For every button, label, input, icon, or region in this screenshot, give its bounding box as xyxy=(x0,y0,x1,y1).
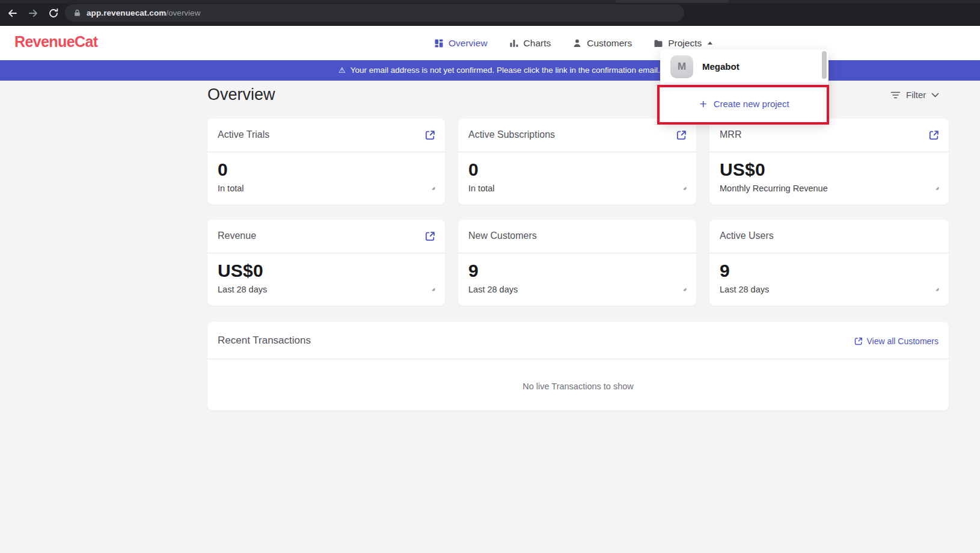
browser-back-button[interactable] xyxy=(5,5,20,21)
back-arrow-icon xyxy=(7,8,18,19)
lock-icon xyxy=(73,9,81,17)
bar-chart-icon xyxy=(509,39,519,48)
refresh-status-icon xyxy=(679,283,690,294)
nav-label: Projects xyxy=(668,38,702,49)
card-caption: Monthly Recurring Revenue xyxy=(720,184,828,193)
email-confirmation-banner: Your email address is not yet confirmed.… xyxy=(0,60,980,81)
card-value: 0 xyxy=(468,159,479,180)
card-header: Active Subscriptions xyxy=(458,119,696,152)
revenuecat-logo[interactable]: RevenueCat xyxy=(14,33,98,51)
browser-tabstrip xyxy=(0,0,980,3)
browser-reload-button[interactable] xyxy=(46,5,61,21)
external-link-icon xyxy=(854,337,863,345)
card-header: Active Users xyxy=(709,220,949,253)
section-title: Recent Transactions xyxy=(218,335,311,347)
card-title: Revenue xyxy=(218,230,256,241)
create-new-project-label: Create new project xyxy=(714,99,789,109)
external-link-icon[interactable] xyxy=(425,231,435,241)
refresh-status-icon xyxy=(679,182,690,193)
project-item-megabot[interactable]: M Megabot xyxy=(660,49,828,84)
card-title: Active Users xyxy=(720,230,774,241)
nav-tab-customers[interactable]: Customers xyxy=(572,38,632,49)
nav-tab-overview[interactable]: Overview xyxy=(434,38,488,49)
forward-arrow-icon xyxy=(28,8,38,19)
address-bar[interactable]: app.revenuecat.com/overview xyxy=(65,4,684,22)
recent-transactions-card: Recent Transactions View all Customers N… xyxy=(207,322,949,410)
project-avatar: M xyxy=(670,55,693,78)
card-caption: Last 28 days xyxy=(218,285,267,294)
reload-icon xyxy=(48,8,59,19)
plus-icon xyxy=(699,97,706,110)
card-new-customers: New Customers 9 Last 28 days xyxy=(458,220,696,306)
card-caption: Last 28 days xyxy=(468,285,518,294)
browser-forward-button[interactable] xyxy=(25,5,41,21)
empty-state-text: No live Transactions to show xyxy=(207,382,949,391)
nav-tab-charts[interactable]: Charts xyxy=(509,38,551,49)
browser-active-tab-indicator xyxy=(615,0,729,3)
banner-text: Your email address is not yet confirmed.… xyxy=(338,60,660,81)
card-caption: In total xyxy=(218,184,244,193)
browser-chrome: app.revenuecat.com/overview xyxy=(0,0,980,26)
url-path: /overview xyxy=(166,8,200,17)
refresh-status-icon xyxy=(932,182,942,193)
chevron-up-icon xyxy=(708,42,712,45)
nav-tab-projects[interactable]: Projects xyxy=(654,38,712,49)
card-value: 9 xyxy=(720,261,730,281)
card-value: US$0 xyxy=(218,261,263,281)
external-link-icon[interactable] xyxy=(425,130,435,140)
card-header: Revenue xyxy=(207,220,445,253)
card-header: Active Trials xyxy=(207,119,445,152)
card-title: MRR xyxy=(720,129,741,140)
view-all-label: View all Customers xyxy=(866,336,939,346)
card-value: 9 xyxy=(468,261,479,281)
external-link-icon[interactable] xyxy=(676,130,687,140)
refresh-status-icon xyxy=(428,283,438,294)
projects-dropdown: M Megabot Create new project xyxy=(660,49,828,123)
card-title: New Customers xyxy=(468,230,537,241)
nav-label: Overview xyxy=(449,38,488,49)
filter-button[interactable]: Filter xyxy=(890,90,939,100)
refresh-status-icon xyxy=(428,182,438,193)
card-title: Active Trials xyxy=(218,129,269,140)
app-header: RevenueCat Overview Charts Customers Pro… xyxy=(0,26,980,60)
filter-label: Filter xyxy=(906,90,926,100)
card-value: 0 xyxy=(218,159,228,180)
filter-lines-icon xyxy=(890,91,901,99)
create-new-project-button[interactable]: Create new project xyxy=(660,84,828,123)
chevron-down-icon xyxy=(931,93,939,97)
url-host: app.revenuecat.com xyxy=(87,8,166,17)
grid-icon xyxy=(434,39,444,48)
page-title: Overview xyxy=(207,85,275,104)
card-value: US$0 xyxy=(720,159,765,180)
dropdown-scrollbar[interactable] xyxy=(822,51,827,79)
external-link-icon[interactable] xyxy=(929,130,939,140)
person-icon xyxy=(572,39,582,48)
recent-transactions-header: Recent Transactions View all Customers xyxy=(207,322,949,359)
card-caption: Last 28 days xyxy=(720,285,769,294)
folder-icon xyxy=(654,39,663,48)
card-revenue: Revenue US$0 Last 28 days xyxy=(207,220,445,306)
card-header: MRR xyxy=(709,119,949,152)
card-active-users: Active Users 9 Last 28 days xyxy=(709,220,949,306)
refresh-status-icon xyxy=(932,283,942,294)
card-header: New Customers xyxy=(458,220,696,253)
card-active-trials: Active Trials 0 In total xyxy=(207,119,445,205)
card-caption: In total xyxy=(468,184,495,193)
view-all-customers-link[interactable]: View all Customers xyxy=(854,336,939,346)
card-mrr: MRR US$0 Monthly Recurring Revenue xyxy=(709,119,949,205)
nav-label: Customers xyxy=(587,38,632,49)
card-title: Active Subscriptions xyxy=(468,129,555,140)
project-name: Megabot xyxy=(702,61,740,72)
nav-label: Charts xyxy=(524,38,551,49)
card-active-subscriptions: Active Subscriptions 0 In total xyxy=(458,119,696,205)
